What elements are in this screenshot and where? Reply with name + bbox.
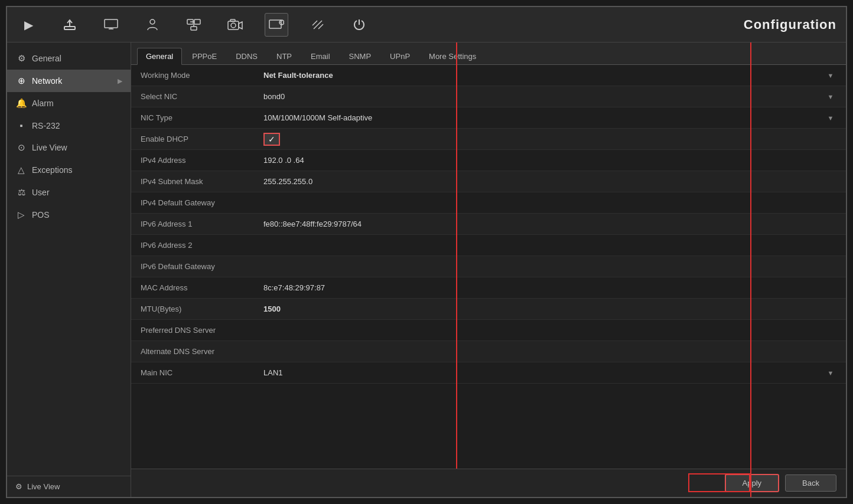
dropdown-nic-type[interactable]: ▼	[825, 114, 836, 122]
label-preferred-dns: Preferred DNS Server	[141, 326, 259, 335]
network-sidebar-icon: ⊕	[15, 76, 27, 86]
rs232-icon: ▪	[15, 120, 27, 130]
user-icon: ⚖	[15, 187, 27, 198]
tab-more-settings[interactable]: More Settings	[420, 48, 485, 64]
display-icon[interactable]	[99, 13, 123, 37]
row-working-mode: Working Mode Net Fault-tolerance ▼	[131, 65, 846, 86]
svg-rect-8	[191, 27, 197, 30]
value-select-nic: bond0	[259, 92, 825, 101]
label-alternate-dns: Alternate DNS Server	[141, 347, 259, 356]
label-mtu: MTU(Bytes)	[141, 305, 259, 313]
live-view-icon: ⊙	[15, 142, 27, 153]
svg-line-22	[312, 21, 317, 25]
back-button[interactable]: Back	[785, 474, 836, 492]
tab-snmp[interactable]: SNMP	[340, 48, 380, 64]
dropdown-working-mode[interactable]: ▼	[825, 72, 836, 79]
dhcp-checkbox[interactable]: ✓	[263, 133, 280, 146]
value-mac-address: 8c:e7:48:29:97:87	[259, 283, 836, 292]
tab-upnp[interactable]: UPnP	[381, 48, 419, 64]
page-title: Configuration	[744, 17, 836, 32]
row-mtu: MTU(Bytes) 1500	[131, 299, 846, 320]
pos-icon: ▷	[15, 210, 27, 220]
svg-point-12	[231, 23, 236, 28]
sidebar-label-network: Network	[32, 76, 62, 86]
row-nic-type: NIC Type 10M/100M/1000M Self-adaptive ▼	[131, 107, 846, 129]
sidebar-item-user[interactable]: ⚖ User	[7, 181, 131, 204]
upload-icon[interactable]	[58, 13, 82, 37]
tab-pppoe[interactable]: PPPoE	[183, 48, 226, 64]
network-arrow-icon: ▶	[118, 77, 122, 85]
footer: Apply Back	[131, 469, 846, 497]
svg-rect-7	[194, 19, 200, 24]
person-icon[interactable]	[141, 13, 164, 37]
content-area: General PPPoE DDNS NTP Email SNMP	[131, 42, 846, 497]
svg-rect-14	[230, 19, 235, 21]
sidebar-label-alarm: Alarm	[32, 99, 54, 108]
sidebar-label-user: User	[32, 188, 50, 197]
sidebar-item-alarm[interactable]: 🔔 Alarm	[7, 92, 131, 114]
sidebar-label-exceptions: Exceptions	[32, 165, 72, 175]
camera-icon[interactable]	[223, 13, 247, 37]
exceptions-icon: △	[15, 165, 27, 175]
form-table: Working Mode Net Fault-tolerance ▼ Selec…	[131, 65, 846, 469]
tab-email[interactable]: Email	[302, 48, 339, 64]
value-ipv4-subnet: 255.255.255.0	[259, 177, 836, 186]
label-ipv6-address1: IPv6 Address 1	[141, 220, 259, 228]
sidebar: ⚙ General ⊕ Network ▶ 🔔 Alarm ▪ RS-232 ⊙…	[7, 42, 131, 497]
sidebar-item-exceptions[interactable]: △ Exceptions	[7, 159, 131, 181]
label-ipv4-address: IPv4 Address	[141, 156, 259, 165]
svg-point-5	[150, 19, 155, 24]
play-icon[interactable]: ▶	[17, 13, 40, 37]
dropdown-main-nic[interactable]: ▼	[825, 369, 836, 377]
row-main-nic: Main NIC LAN1 ▼	[131, 362, 846, 384]
toolbar: ▶	[7, 7, 846, 42]
power-icon[interactable]	[347, 13, 371, 37]
label-ipv4-gateway: IPv4 Default Gateway	[141, 198, 259, 207]
label-ipv6-gateway: IPv6 Default Gateway	[141, 262, 259, 271]
value-ipv6-address1: fe80::8ee7:48ff:fe29:9787/64	[259, 220, 836, 228]
value-main-nic: LAN1	[259, 368, 825, 377]
row-ipv4-subnet: IPv4 Subnet Mask 255.255.255.0	[131, 171, 846, 192]
row-alternate-dns: Alternate DNS Server	[131, 341, 846, 362]
network-icon[interactable]	[182, 13, 206, 37]
value-mtu: 1500	[259, 305, 836, 313]
row-preferred-dns: Preferred DNS Server	[131, 320, 846, 341]
tab-ddns[interactable]: DDNS	[227, 48, 266, 64]
svg-rect-11	[228, 21, 239, 30]
row-ipv6-address1: IPv6 Address 1 fe80::8ee7:48ff:fe29:9787…	[131, 214, 846, 235]
row-ipv6-address2: IPv6 Address 2	[131, 235, 846, 256]
tab-general[interactable]: General	[137, 48, 182, 65]
apply-button[interactable]: Apply	[725, 474, 780, 492]
label-select-nic: Select NIC	[141, 92, 259, 101]
sidebar-item-rs232[interactable]: ▪ RS-232	[7, 114, 131, 136]
sidebar-label-general: General	[32, 54, 61, 63]
sidebar-bottom-live-view[interactable]: ⚙ Live View	[7, 476, 131, 497]
svg-line-23	[318, 24, 323, 29]
config-active-icon[interactable]	[265, 13, 288, 37]
tab-bar: General PPPoE DDNS NTP Email SNMP	[131, 42, 846, 65]
dropdown-select-nic[interactable]: ▼	[825, 93, 836, 100]
row-ipv4-address: IPv4 Address 192.0 .0 .64	[131, 150, 846, 171]
row-mac-address: MAC Address 8c:e7:48:29:97:87	[131, 277, 846, 299]
tab-ntp[interactable]: NTP	[268, 48, 301, 64]
sidebar-item-general[interactable]: ⚙ General	[7, 47, 131, 70]
sidebar-item-live-view[interactable]: ⊙ Live View	[7, 136, 131, 159]
sidebar-item-pos[interactable]: ▷ POS	[7, 204, 131, 226]
label-ipv6-address2: IPv6 Address 2	[141, 241, 259, 250]
label-working-mode: Working Mode	[141, 71, 259, 80]
sidebar-label-pos: POS	[32, 210, 50, 220]
tools-icon[interactable]	[306, 13, 330, 37]
svg-rect-2	[105, 19, 118, 28]
svg-rect-0	[64, 27, 75, 30]
value-ipv4-address: 192.0 .0 .64	[259, 156, 836, 165]
row-ipv4-gateway: IPv4 Default Gateway	[131, 192, 846, 214]
main-area: ⚙ General ⊕ Network ▶ 🔔 Alarm ▪ RS-232 ⊙…	[7, 42, 846, 497]
sidebar-label-live-view: Live View	[32, 143, 67, 152]
value-working-mode: Net Fault-tolerance	[259, 71, 825, 80]
row-enable-dhcp: Enable DHCP ✓	[131, 129, 846, 150]
svg-line-21	[314, 21, 322, 29]
label-enable-dhcp: Enable DHCP	[141, 135, 259, 143]
sidebar-item-network[interactable]: ⊕ Network ▶	[7, 70, 131, 92]
general-icon: ⚙	[15, 53, 27, 64]
bottom-icon: ⚙	[15, 482, 22, 491]
